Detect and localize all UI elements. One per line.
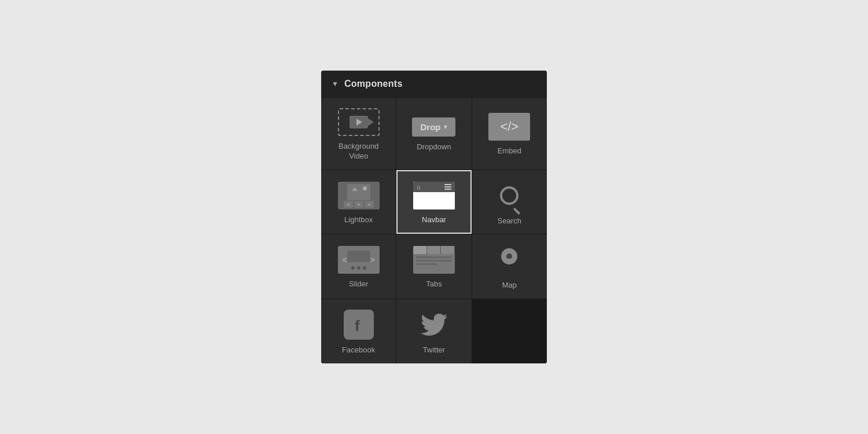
- search-icon: [494, 181, 524, 211]
- lightbox-label: Lightbox: [344, 215, 373, 225]
- facebook-icon: f: [344, 310, 374, 340]
- collapse-arrow-icon[interactable]: ▼: [332, 80, 339, 88]
- background-video-icon: [338, 108, 380, 136]
- embed-icon: </>: [488, 113, 530, 141]
- slider-icon: < >: [338, 246, 380, 274]
- twitter-label: Twitter: [423, 345, 445, 355]
- component-item-map[interactable]: Map: [472, 234, 547, 299]
- tabs-label: Tabs: [426, 279, 442, 289]
- svg-point-1: [506, 253, 512, 259]
- dropdown-label: Dropdown: [417, 142, 451, 152]
- facebook-label: Facebook: [342, 345, 375, 355]
- component-item-search[interactable]: Search: [472, 170, 547, 234]
- component-item-lightbox[interactable]: Lightbox: [321, 170, 396, 234]
- panel-title: Components: [344, 79, 403, 89]
- components-grid: BackgroundVideo Drop ▾ Dropdown </> Embe…: [321, 97, 547, 363]
- component-item-twitter[interactable]: Twitter: [396, 299, 471, 363]
- dropdown-icon: Drop ▾: [412, 117, 455, 137]
- background-video-label: BackgroundVideo: [339, 142, 378, 161]
- svg-text:f: f: [355, 317, 360, 334]
- component-item-navbar[interactable]: ⌂ Navbar: [396, 170, 471, 234]
- slider-label: Slider: [349, 279, 368, 289]
- search-label: Search: [498, 216, 521, 226]
- embed-label: Embed: [498, 146, 521, 156]
- component-item-tabs[interactable]: Tabs: [396, 234, 471, 299]
- lightbox-icon: [338, 182, 380, 209]
- components-panel: ▼ Components BackgroundVideo Drop ▾ Drop…: [321, 71, 547, 363]
- component-item-embed[interactable]: </> Embed: [472, 98, 547, 170]
- component-item-dropdown[interactable]: Drop ▾ Dropdown: [396, 98, 471, 170]
- component-item-background-video[interactable]: BackgroundVideo: [321, 98, 396, 170]
- component-item-slider[interactable]: < > Slider: [321, 234, 396, 299]
- navbar-icon: ⌂: [413, 182, 455, 209]
- navbar-label: Navbar: [422, 215, 446, 225]
- twitter-icon: [419, 310, 449, 340]
- tabs-icon: [413, 246, 455, 274]
- map-icon: [494, 245, 524, 275]
- map-label: Map: [502, 281, 517, 290]
- component-item-facebook[interactable]: f Facebook: [321, 299, 396, 363]
- panel-header: ▼ Components: [321, 71, 547, 97]
